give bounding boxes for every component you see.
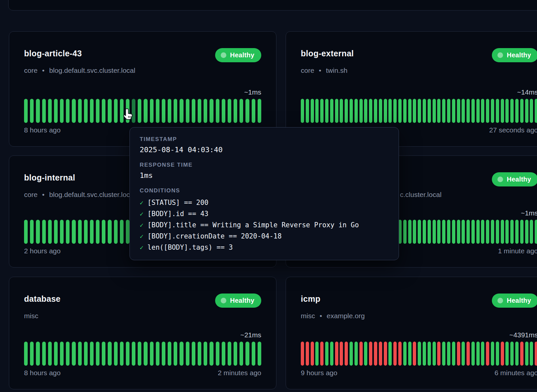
history-bar-up[interactable] <box>228 99 231 123</box>
history-bar-up[interactable] <box>114 99 118 123</box>
history-bar-up[interactable] <box>481 99 484 123</box>
history-bar-up[interactable] <box>180 99 183 123</box>
history-bar-up[interactable] <box>418 99 421 123</box>
history-bar-up[interactable] <box>60 220 64 244</box>
history-bar-up[interactable] <box>36 99 40 123</box>
history-bar-up[interactable] <box>481 342 484 366</box>
history-bar-up[interactable] <box>408 220 411 244</box>
history-bar-up[interactable] <box>403 99 407 123</box>
history-bar-up[interactable] <box>481 220 484 244</box>
history-bar-up[interactable] <box>423 99 426 123</box>
history-bar-up[interactable] <box>186 99 189 123</box>
history-bar-up[interactable] <box>174 99 177 123</box>
history-bar-up[interactable] <box>138 99 141 123</box>
history-bar-up[interactable] <box>66 99 70 123</box>
history-bar-up[interactable] <box>505 99 509 123</box>
history-bar-up[interactable] <box>325 342 328 366</box>
history-bar-up[interactable] <box>240 99 243 123</box>
history-bar-up[interactable] <box>535 220 537 244</box>
history-bar-up[interactable] <box>520 220 523 244</box>
history-bar-up[interactable] <box>471 99 475 123</box>
history-bar-up[interactable] <box>525 342 528 366</box>
history-bar-up[interactable] <box>501 99 504 123</box>
history-bar-up[interactable] <box>30 220 34 244</box>
history-bar-up[interactable] <box>510 342 514 366</box>
history-bar-up[interactable] <box>423 342 426 366</box>
history-bar-up[interactable] <box>491 99 494 123</box>
history-bar-up[interactable] <box>423 220 426 244</box>
history-bar-down[interactable] <box>466 342 470 366</box>
history-bar-up[interactable] <box>311 99 314 123</box>
history-bar-up[interactable] <box>245 99 249 123</box>
endpoint-card-icmp[interactable]: icmp Healthy misc • example.org ~4391ms … <box>286 277 537 389</box>
history-bar-up[interactable] <box>144 342 147 366</box>
history-bar-up[interactable] <box>192 342 195 366</box>
history-bar-down[interactable] <box>359 342 363 366</box>
history-bar-up[interactable] <box>491 342 494 366</box>
history-bar-up[interactable] <box>471 342 475 366</box>
history-bar-up[interactable] <box>515 99 519 123</box>
history-bar-up[interactable] <box>437 99 440 123</box>
history-bar-up[interactable] <box>120 220 124 244</box>
history-bar-up[interactable] <box>42 220 46 244</box>
history-bar-up[interactable] <box>216 99 219 123</box>
history-bar-down[interactable] <box>501 342 504 366</box>
history-bar-up[interactable] <box>340 99 343 123</box>
history-bar-up[interactable] <box>505 220 509 244</box>
history-bar-up[interactable] <box>442 220 445 244</box>
history-bar-up[interactable] <box>162 342 165 366</box>
history-bar-up[interactable] <box>48 220 52 244</box>
history-bar-up[interactable] <box>447 342 450 366</box>
history-bar-down[interactable] <box>340 342 343 366</box>
history-bar-up[interactable] <box>369 99 372 123</box>
history-bar-up[interactable] <box>330 342 333 366</box>
history-bar-up[interactable] <box>120 342 124 366</box>
history-bar-up[interactable] <box>126 220 129 244</box>
history-bar-up[interactable] <box>306 99 309 123</box>
history-bar-up[interactable] <box>418 342 421 366</box>
history-bar-up[interactable] <box>418 220 421 244</box>
history-bar-up[interactable] <box>413 99 416 123</box>
history-bar-up[interactable] <box>156 99 159 123</box>
history-bar-up[interactable] <box>515 342 519 366</box>
history-bar-up[interactable] <box>433 220 436 244</box>
history-bar-up[interactable] <box>84 342 88 366</box>
history-bar-up[interactable] <box>335 99 338 123</box>
history-bar-up[interactable] <box>433 99 436 123</box>
history-bar-up[interactable] <box>530 99 533 123</box>
history-bar-up[interactable] <box>491 220 494 244</box>
history-bar-up[interactable] <box>408 342 411 366</box>
history-bar-up[interactable] <box>132 342 135 366</box>
history-bar-up[interactable] <box>24 99 28 123</box>
history-bar-up[interactable] <box>520 99 523 123</box>
history-bar-up[interactable] <box>84 99 88 123</box>
history-bar-up[interactable] <box>462 220 465 244</box>
history-bar-up[interactable] <box>345 99 348 123</box>
history-bar-up[interactable] <box>515 220 519 244</box>
history-bar-up[interactable] <box>379 99 382 123</box>
history-bar-up[interactable] <box>364 342 367 366</box>
history-bar-down[interactable] <box>379 342 382 366</box>
history-bar-up[interactable] <box>30 342 34 366</box>
history-bar-up[interactable] <box>245 342 249 366</box>
history-bar-up[interactable] <box>496 342 499 366</box>
history-bar-up[interactable] <box>433 342 436 366</box>
history-bar-up[interactable] <box>96 342 99 366</box>
history-bar-up[interactable] <box>114 220 118 244</box>
history-bar-up[interactable] <box>388 99 392 123</box>
history-bar-up[interactable] <box>96 220 99 244</box>
history-bar-up[interactable] <box>393 99 397 123</box>
history-bar-up[interactable] <box>525 99 528 123</box>
history-bar-up[interactable] <box>408 99 411 123</box>
history-bar-up[interactable] <box>108 342 111 366</box>
history-bar-up[interactable] <box>476 220 480 244</box>
history-bar-down[interactable] <box>393 342 397 366</box>
history-bar-up[interactable] <box>36 220 40 244</box>
history-bar-up[interactable] <box>126 342 129 366</box>
history-bar-down[interactable] <box>311 342 314 366</box>
history-bar-up[interactable] <box>403 220 407 244</box>
history-bar-up[interactable] <box>108 220 111 244</box>
history-bar-up[interactable] <box>198 342 201 366</box>
history-bar-up[interactable] <box>204 342 207 366</box>
history-bar-up[interactable] <box>114 342 118 366</box>
